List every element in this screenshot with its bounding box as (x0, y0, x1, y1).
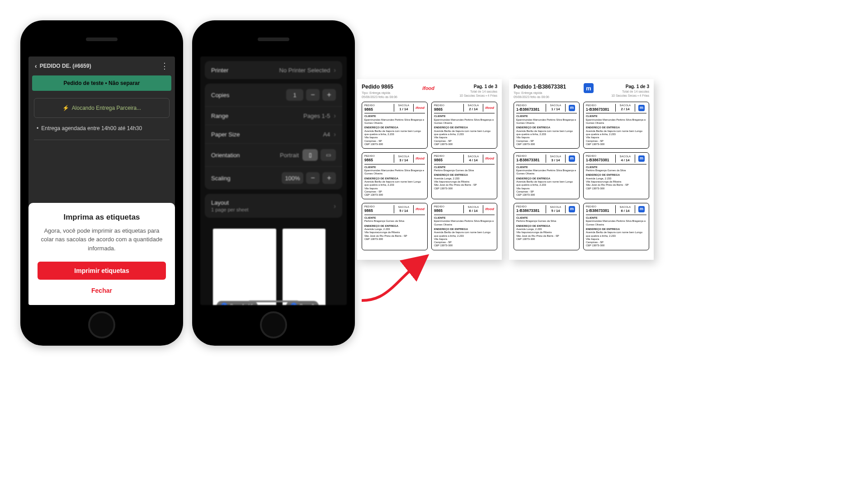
modal-title: Imprima as etiquetas (38, 213, 166, 222)
ifood-logo: ifood (485, 207, 494, 211)
m-logo: m (569, 105, 575, 111)
m-logo: m (638, 206, 645, 212)
ifood-logo: ifood (415, 207, 425, 211)
scaling-minus-button[interactable]: − (306, 172, 320, 184)
printer-value: No Printer Selected (279, 67, 330, 74)
home-bar[interactable] (249, 300, 298, 302)
label-card: PEDIDO1-B38673381 SACOLA1 / 14 m CLIENTE… (514, 102, 580, 149)
print-labels-button[interactable]: Imprimir etiquetas (38, 262, 166, 280)
copies-label: Copies (211, 92, 229, 99)
m-logo: m (638, 105, 645, 111)
home-button[interactable] (88, 311, 115, 338)
scheduled-text: Entrega agendada entre 14h00 até 14h30 (37, 125, 167, 131)
copies-value: 1 (286, 89, 303, 101)
thumb2-label: Page 2 (300, 304, 314, 305)
phone-speaker (258, 38, 289, 41)
chevron-right-icon: › (334, 131, 336, 138)
scaling-value: 100% (282, 172, 303, 184)
label-card: PEDIDO9865 SACOLA1 / 14 ifood CLIENTE Ep… (362, 102, 428, 149)
ifood-logo: ifood (485, 106, 494, 110)
check-icon: ✓ (221, 303, 227, 305)
allocating-card: ⚡ Alocando Entrega Parceira... (34, 98, 170, 118)
chevron-right-icon: › (334, 202, 336, 210)
modal-body: Agora, você pode imprimir as etiquetas p… (38, 226, 166, 253)
orientation-label: Orientation (211, 152, 240, 159)
printer-label: Printer (211, 67, 228, 74)
paper-label: Paper Size (211, 131, 240, 138)
range-value: Pages 1-5 (303, 113, 330, 119)
back-button[interactable]: ‹ PEDIDO DE. (#6659) (35, 62, 91, 70)
label-card: PEDIDO1-B38673381 SACOLA6 / 14 m CLIENTE… (583, 203, 649, 250)
m-logo: m (569, 155, 575, 162)
label-card: PEDIDO9865 SACOLA6 / 14 ifood CLIENTE Ep… (431, 203, 497, 250)
page-thumb-1[interactable]: ✓Page 1 of 5 (213, 229, 276, 305)
chevron-right-icon: › (334, 112, 336, 119)
chevron-left-icon: ‹ (35, 62, 37, 70)
paper-row[interactable]: Paper Size A4› (205, 125, 342, 144)
ifood-logo: ifood (485, 156, 494, 161)
close-button[interactable]: Fechar (38, 284, 166, 297)
phone-speaker (86, 38, 118, 41)
allocating-text: Alocando Entrega Parceira... (72, 105, 141, 111)
scaling-label: Scaling (211, 175, 231, 182)
landscape-toggle[interactable]: ▭ (321, 149, 336, 161)
label-card: PEDIDO1-B38673381 SACOLA4 / 14 m CLIENTE… (583, 152, 649, 199)
label-card: PEDIDO1-B38673381 SACOLA2 / 14 m CLIENTE… (583, 102, 649, 149)
layout-row[interactable]: Layout 1 page per sheet › (205, 194, 342, 218)
label-sheets: Pedido 9865Tipo: Entrega rápida05/06/202… (357, 79, 654, 260)
label-card: PEDIDO9865 SACOLA3 / 14 ifood CLIENTE Ep… (362, 152, 428, 199)
phone-print-dialog: Printer No Printer Selected› Copies 1 − … (192, 20, 355, 346)
label-card: PEDIDO9865 SACOLA2 / 14 ifood CLIENTE Ep… (431, 102, 497, 149)
label-card: PEDIDO9865 SACOLA5 / 14 ifood CLIENTE Pe… (362, 203, 428, 250)
check-icon: ✓ (291, 303, 297, 305)
chevron-right-icon: › (334, 66, 336, 74)
copies-row: Copies 1 − + (205, 84, 342, 107)
range-row[interactable]: Range Pages 1-5› (205, 107, 342, 125)
order-screen: ‹ PEDIDO DE. (#6659) ⋮ Pedido de teste •… (28, 56, 175, 305)
print-modal: Imprima as etiquetas Agora, você pode im… (28, 203, 175, 305)
layout-value: 1 page per sheet (211, 207, 249, 212)
home-button[interactable] (260, 311, 287, 338)
printer-row[interactable]: Printer No Printer Selected› (205, 61, 342, 79)
orientation-value: Portrait (280, 152, 299, 159)
scaling-plus-button[interactable]: + (322, 172, 336, 184)
ifood-logo: ifood (421, 84, 436, 93)
sheet-m: Pedido 1-B38673381Tipo: Entrega rápida05… (509, 79, 654, 260)
page-thumb-2[interactable]: ✓Page 2 (283, 229, 326, 305)
ifood-logo: ifood (415, 106, 425, 110)
test-order-banner: Pedido de teste • Não separar (32, 75, 171, 91)
copies-minus-button[interactable]: − (306, 89, 320, 101)
layout-label: Layout (211, 199, 249, 206)
more-button[interactable]: ⋮ (160, 62, 169, 70)
paper-value: A4 (323, 131, 330, 138)
m-logo: m (584, 83, 594, 93)
range-label: Range (211, 113, 228, 119)
label-card: PEDIDO9865 SACOLA4 / 14 ifood CLIENTE Pe… (431, 152, 497, 199)
bolt-icon: ⚡ (62, 105, 69, 111)
header-title: PEDIDO DE. (#6659) (40, 63, 91, 69)
m-logo: m (569, 206, 575, 212)
print-dialog-screen: Printer No Printer Selected› Copies 1 − … (200, 56, 347, 305)
sheet-ifood: Pedido 9865Tipo: Entrega rápida05/06/202… (357, 79, 502, 260)
m-logo: m (638, 155, 645, 162)
thumb1-label: Page 1 of 5 (230, 304, 253, 305)
scaling-row: Scaling 100% − + (205, 167, 342, 189)
label-card: PEDIDO1-B38673381 SACOLA5 / 14 m CLIENTE… (514, 203, 580, 250)
phone-order: ‹ PEDIDO DE. (#6659) ⋮ Pedido de teste •… (20, 20, 183, 346)
orientation-row: Orientation Portrait ▯ ▭ (205, 144, 342, 167)
copies-plus-button[interactable]: + (322, 89, 336, 101)
portrait-toggle[interactable]: ▯ (302, 149, 318, 161)
ifood-logo: ifood (415, 156, 425, 161)
label-card: PEDIDO1-B38673381 SACOLA3 / 14 m CLIENTE… (514, 152, 580, 199)
